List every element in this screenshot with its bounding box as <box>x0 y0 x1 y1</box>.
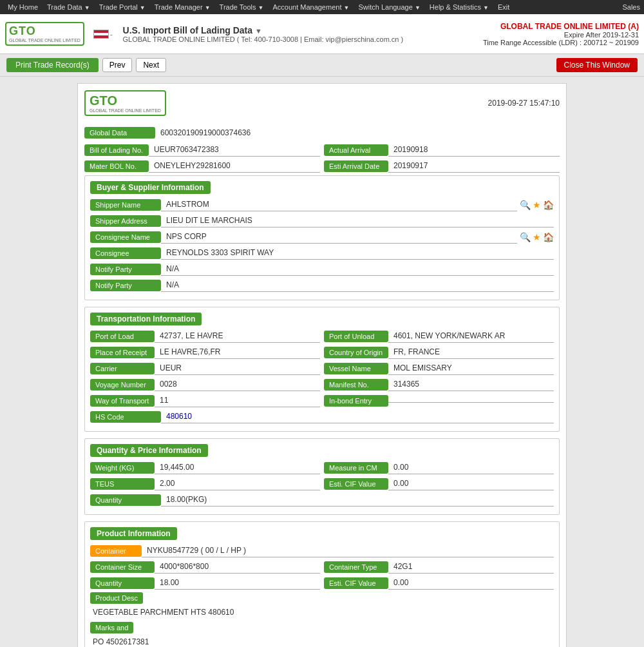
shipper-address-value: LIEU DIT LE MARCHAIS <box>161 214 554 227</box>
shipper-address-row: Shipper Address LIEU DIT LE MARCHAIS <box>90 214 554 227</box>
prev-button-top[interactable]: Prev <box>102 58 133 72</box>
hs-code-label: HS Code <box>90 411 161 423</box>
teus-cif-row: TEUS 2.00 Esti. CIF Value 0.00 <box>90 477 554 490</box>
container-type-label: Container Type <box>324 561 388 573</box>
consignee-name-value: NPS CORP <box>161 230 517 244</box>
consignee-row: Consignee REYNOLDS 3303 SPIRIT WAY <box>90 246 554 260</box>
nav-trade-tools[interactable]: Trade Tools ▼ <box>216 2 268 12</box>
buyer-supplier-section: Buyer & Supplier Information Shipper Nam… <box>84 175 560 300</box>
doc-logo: GTO GLOBAL TRADE ONLINE LIMITED <box>84 90 166 116</box>
container-size-type-row: Container Size 4000*806*800 Container Ty… <box>90 560 554 574</box>
nav-sales[interactable]: Sales <box>622 3 640 11</box>
manifest-col: Manifest No. 314365 <box>324 378 554 391</box>
nav-trade-manager[interactable]: Trade Manager ▼ <box>151 2 214 12</box>
manifest-value: 314365 <box>388 378 554 391</box>
inbond-label: In-bond Entry <box>324 395 388 407</box>
nav-trade-portal[interactable]: Trade Portal ▼ <box>95 2 149 12</box>
carrier-vessel-row: Carrier UEUR Vessel Name MOL EMISSARY <box>90 362 554 375</box>
consignee-star-icon[interactable]: ★ <box>533 232 541 242</box>
quantity-label: Quantity <box>90 494 161 506</box>
port-unload-value: 4601, NEW YORK/NEWARK AR <box>388 329 554 343</box>
container-type-value: 42G1 <box>388 560 554 574</box>
quantity-price-header: Quantity & Price Information <box>90 444 208 457</box>
mater-bol-value: ONEYLEHY29281600 <box>149 159 320 173</box>
doc-header: GTO GLOBAL TRADE ONLINE LIMITED 2019-09-… <box>84 90 560 120</box>
nav-trade-data[interactable]: Trade Data ▼ <box>43 2 94 12</box>
esti-cif-value: 0.00 <box>388 477 554 490</box>
product-desc-label: Product Desc <box>90 592 143 604</box>
port-unload-label: Port of Unload <box>324 331 388 342</box>
next-button-top[interactable]: Next <box>136 58 166 72</box>
shipper-home-icon[interactable]: 🏠 <box>543 200 554 210</box>
nav-account-management[interactable]: Account Management ▼ <box>269 2 353 12</box>
consignee-home-icon[interactable]: 🏠 <box>543 232 554 242</box>
esti-cif-label: Esti. CIF Value <box>324 478 388 490</box>
doc-timestamp: 2019-09-27 15:47:10 <box>488 99 560 108</box>
marks-label: Marks and <box>90 622 133 633</box>
shipper-search-icon[interactable]: 🔍 <box>520 200 531 210</box>
place-receipt-label: Place of Receipt <box>90 347 155 358</box>
bol-row: Bill of Lading No. UEUR7063472383 Actual… <box>84 143 560 157</box>
container-value: NYKU8547729 ( 00 / L / HP ) <box>142 544 554 557</box>
marks-value: PO 4502617381 <box>90 636 554 647</box>
actual-arrival-label: Actual Arrival <box>324 144 388 156</box>
container-row: Container NYKU8547729 ( 00 / L / HP ) <box>90 544 554 557</box>
notify-party-2-label: Notify Party <box>90 280 161 291</box>
teus-value: 2.00 <box>155 477 320 490</box>
vessel-name-label: Vessel Name <box>324 363 388 374</box>
manifest-label: Manifest No. <box>324 379 388 391</box>
carrier-label: Carrier <box>90 363 155 374</box>
notify-party-1-value: N/A <box>161 262 554 276</box>
header-subtitle: GLOBAL TRADE ONLINE LIMITED ( Tel: 400-7… <box>123 35 404 43</box>
actual-arrival-col: Actual Arrival 20190918 <box>324 143 560 157</box>
bol-label: Bill of Lading No. <box>84 144 149 156</box>
esti-arrival-value: 20190917 <box>388 159 560 173</box>
company-name: GLOBAL TRADE ONLINE LIMITED (A) <box>483 22 639 31</box>
country-origin-label: Country of Origin <box>324 347 388 358</box>
notify-party-1-label: Notify Party <box>90 264 161 275</box>
shipper-star-icon[interactable]: ★ <box>533 200 541 210</box>
place-receipt-col: Place of Receipt LE HAVRE,76,FR <box>90 345 320 359</box>
inbond-value <box>388 398 554 403</box>
main-content: GTO GLOBAL TRADE ONLINE LIMITED 2019-09-… <box>0 77 644 647</box>
bol-left: Bill of Lading No. UEUR7063472383 <box>84 143 320 157</box>
product-qty-cif-row: Quantity 18.00 Esti. CIF Value 0.00 <box>90 576 554 590</box>
buyer-supplier-header: Buyer & Supplier Information <box>90 181 211 194</box>
shipper-name-row: Shipper Name AHLSTROM 🔍 ★ 🏠 <box>90 198 554 211</box>
teus-label: TEUS <box>90 478 155 490</box>
shipper-address-label: Shipper Address <box>90 215 161 227</box>
product-cif-col: Esti. CIF Value 0.00 <box>324 576 554 590</box>
shipper-name-label: Shipper Name <box>90 199 161 211</box>
doc-logo-sub: GLOBAL TRADE ONLINE LIMITED <box>90 108 161 113</box>
global-data-label: Global Data <box>84 127 155 139</box>
product-cif-label: Esti. CIF Value <box>324 577 388 589</box>
nav-exit[interactable]: Exit <box>494 2 513 12</box>
weight-col: Weight (KG) 19,445.00 <box>90 461 320 474</box>
notify-party-2-row: Notify Party N/A <box>90 278 554 292</box>
nav-my-home[interactable]: My Home <box>4 2 42 12</box>
doc-logo-text: GTO <box>90 93 161 108</box>
vessel-name-col: Vessel Name MOL EMISSARY <box>324 362 554 375</box>
nav-help-statistics[interactable]: Help & Statistics ▼ <box>426 2 493 12</box>
header-right: GLOBAL TRADE ONLINE LIMITED (A) Expire A… <box>483 22 639 46</box>
bol-value: UEUR7063472383 <box>149 143 320 157</box>
header-bar: GTO GLOBAL TRADE ONLINE LIMITED - U.S. I… <box>0 14 644 54</box>
shipper-icons: 🔍 ★ 🏠 <box>517 200 554 210</box>
weight-measure-row: Weight (KG) 19,445.00 Measure in CM 0.00 <box>90 461 554 474</box>
print-record-button-top[interactable]: Print Trade Record(s) <box>6 58 99 72</box>
product-header: Product Information <box>90 527 177 540</box>
top-action-bar: Print Trade Record(s) Prev Next Close Th… <box>0 54 644 77</box>
consignee-icons: 🔍 ★ 🏠 <box>517 232 554 242</box>
nav-switch-language[interactable]: Switch Language ▼ <box>354 2 424 12</box>
consignee-name-label: Consignee Name <box>90 231 161 243</box>
mater-bol-label: Mater BOL No. <box>84 160 149 172</box>
consignee-search-icon[interactable]: 🔍 <box>520 232 531 242</box>
close-window-button-top[interactable]: Close This Window <box>556 58 638 72</box>
consignee-value: REYNOLDS 3303 SPIRIT WAY <box>161 246 554 260</box>
global-data-value: 600320190919000374636 <box>155 126 256 139</box>
carrier-col: Carrier UEUR <box>90 362 320 375</box>
transportation-header: Transportation Information <box>90 313 202 325</box>
way-transport-value: 11 <box>155 394 320 407</box>
consignee-name-row: Consignee Name NPS CORP 🔍 ★ 🏠 <box>90 230 554 244</box>
container-size-label: Container Size <box>90 561 155 573</box>
